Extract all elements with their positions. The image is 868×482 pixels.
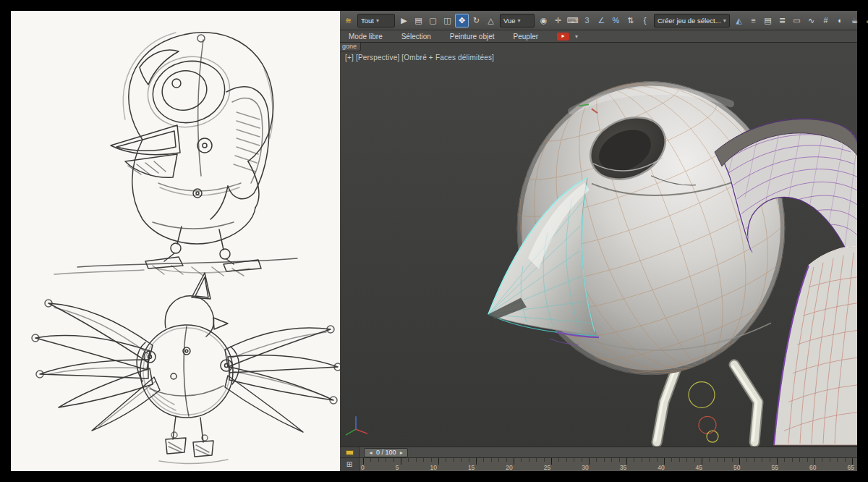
frame-tick-label: 60 [809, 465, 816, 471]
frame-tick-label: 65 [847, 465, 854, 471]
prev-frame-icon[interactable]: ◄ [368, 450, 373, 455]
ribbon-toggle-icon[interactable]: ▭ [790, 14, 804, 28]
time-slider-track[interactable]: ◄ 0 / 100 ► [359, 447, 857, 457]
track-bar-row: ⊞ 05101520253035404550556065 [340, 457, 857, 471]
frame-tick-label: 50 [733, 465, 740, 471]
set-key-icon[interactable] [346, 450, 354, 455]
bird-legs-mesh[interactable] [655, 363, 758, 442]
perspective-viewport[interactable]: gone [+] [Perspective] [Ombré + Faces dé… [340, 43, 857, 447]
use-pivot-center-icon[interactable]: ◉ [537, 14, 550, 28]
frame-tick-label: 35 [620, 465, 626, 471]
sketch-panel [11, 11, 340, 471]
concept-sketch [11, 11, 340, 471]
spinner-snap-icon[interactable]: ⇅ [624, 14, 637, 28]
ribbon-tab-row: Mode libreSélectionPeinture objetPeupler… [340, 30, 857, 43]
mini-curve-editor-cell: ⊞ [340, 458, 359, 471]
frame-tick-label: 30 [582, 465, 588, 471]
schematic-view-icon[interactable]: # [819, 14, 833, 28]
rect-selection-region-icon[interactable]: ▢ [426, 14, 440, 28]
main-toolbar: ≋ Tout ▾ ▶▤▢◫✥↻△ Vue ▾ ◉✛⌨3∠%⇅{ Créer je… [340, 11, 857, 30]
coordinate-system-dropdown[interactable]: Vue ▾ [500, 14, 535, 28]
layer-manager-icon[interactable]: ≣ [775, 14, 789, 28]
mirror-icon[interactable]: ◭ [732, 14, 746, 28]
ribbon-tab[interactable]: Peinture objet [450, 33, 495, 41]
frame-tick-label: 15 [468, 465, 475, 471]
time-slider-button[interactable]: ◄ 0 / 100 ► [364, 448, 408, 457]
window-crossing-icon[interactable]: ◫ [441, 14, 454, 28]
chevron-down-icon: ▾ [575, 33, 578, 40]
frame-tick-label: 0 [361, 465, 365, 471]
frame-tick-label: 40 [658, 465, 664, 471]
angle-snap-icon[interactable]: ∠ [595, 14, 608, 28]
select-by-name-icon[interactable]: ▤ [412, 14, 425, 28]
render-production-icon[interactable]: ☕ [862, 14, 868, 28]
frame-tick-label: 20 [506, 465, 512, 471]
world-axis-icon [346, 416, 367, 435]
mini-curve-editor-icon[interactable]: ⊞ [346, 461, 352, 468]
scene-explorer-icon[interactable]: ▤ [761, 14, 775, 28]
viewport-canvas [340, 43, 857, 447]
bird-wing-lower-mesh[interactable] [774, 247, 857, 445]
bird-body-mesh[interactable] [475, 45, 827, 411]
chevron-down-icon: ▾ [518, 17, 521, 24]
application-window: ≋ Tout ▾ ▶▤▢◫✥↻△ Vue ▾ ◉✛⌨3∠%⇅{ Créer je… [0, 0, 868, 482]
snaps-waves-icon[interactable]: ≋ [341, 14, 355, 28]
frame-tick-label: 5 [396, 465, 399, 471]
ribbon-panel-tab-polygone[interactable]: gone [340, 43, 361, 51]
ribbon-tab[interactable]: Sélection [401, 33, 431, 41]
edit-named-sets-icon[interactable]: { [638, 14, 652, 28]
next-frame-icon[interactable]: ► [399, 450, 404, 455]
viewport-label[interactable]: [+] [Perspective] [Ombré + Faces délimit… [345, 54, 494, 62]
ribbon-tab[interactable]: Mode libre [349, 33, 383, 41]
time-slider-row: ◄ 0 / 100 ► [340, 447, 857, 457]
sketch-bird-standing [54, 33, 297, 276]
frame-tick-label: 10 [430, 465, 436, 471]
select-and-scale-icon[interactable]: △ [484, 14, 498, 28]
select-and-move-icon[interactable]: ✥ [455, 14, 469, 28]
percent-snap-icon[interactable]: % [609, 14, 623, 28]
frame-tick-label: 55 [772, 465, 778, 471]
keyboard-override-icon[interactable]: ⌨ [566, 14, 579, 28]
chevron-down-icon: ▾ [723, 17, 726, 24]
curve-editor-icon[interactable]: ∿ [804, 14, 818, 28]
chevron-down-icon: ▾ [376, 17, 379, 24]
track-bar-ruler[interactable]: 05101520253035404550556065 [359, 458, 857, 471]
select-and-rotate-icon[interactable]: ↻ [469, 14, 483, 28]
select-object-icon[interactable]: ▶ [397, 14, 411, 28]
material-editor-icon[interactable]: ◐ [833, 14, 847, 28]
current-frame-display: 0 / 100 [376, 449, 396, 456]
sketch-bird-wings [32, 273, 340, 464]
align-icon[interactable]: ≡ [746, 14, 760, 28]
helper-gizmo-circles[interactable] [689, 382, 718, 442]
timeline-corner-cell [340, 447, 359, 457]
select-and-manipulate-icon[interactable]: ✛ [551, 14, 565, 28]
frame-tick-label: 45 [696, 465, 702, 471]
3dsmax-panel: ≋ Tout ▾ ▶▤▢◫✥↻△ Vue ▾ ◉✛⌨3∠%⇅{ Créer je… [340, 11, 857, 471]
ribbon-tab[interactable]: Peupler [514, 33, 538, 41]
named-selection-sets-dropdown[interactable]: Créer jeu de sélect... ▾ [654, 14, 730, 28]
play-tutorial-icon[interactable]: ▸ [557, 33, 569, 41]
render-setup-icon[interactable]: ☕ [848, 14, 861, 28]
snaps-toggle-icon[interactable]: 3 [580, 14, 594, 28]
frame-tick-label: 25 [544, 465, 550, 471]
selection-filter-dropdown[interactable]: Tout ▾ [357, 14, 395, 28]
